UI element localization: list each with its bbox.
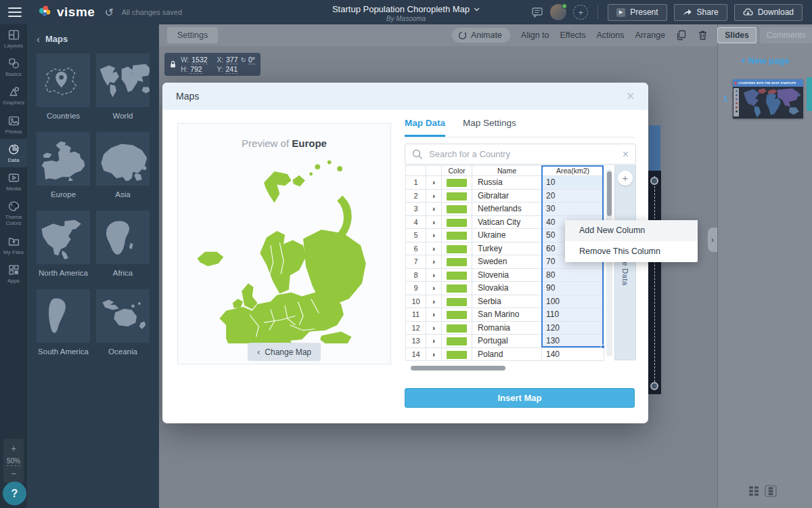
row-expand-arrow-icon[interactable]: › bbox=[426, 189, 442, 203]
context-menu-item-add-new-column[interactable]: Add New Column bbox=[565, 220, 698, 241]
color-swatch[interactable] bbox=[447, 205, 467, 213]
row-expand-arrow-icon[interactable]: › bbox=[426, 295, 442, 308]
rotate-icon[interactable]: ↻ bbox=[241, 56, 246, 64]
color-swatch[interactable] bbox=[447, 219, 467, 227]
row-color-cell[interactable] bbox=[442, 268, 472, 282]
color-swatch[interactable] bbox=[447, 258, 467, 266]
add-collaborator-icon[interactable]: + bbox=[573, 5, 588, 20]
close-icon[interactable]: × bbox=[626, 89, 635, 103]
row-expand-arrow-icon[interactable]: › bbox=[426, 242, 442, 255]
color-swatch[interactable] bbox=[447, 337, 467, 345]
effects-button[interactable]: Effects bbox=[560, 30, 586, 40]
row-color-cell[interactable] bbox=[442, 203, 472, 216]
collapse-panel-chevron[interactable]: › bbox=[708, 228, 717, 252]
area-value-cell[interactable]: 30 bbox=[542, 203, 604, 216]
x-value[interactable]: 377 bbox=[226, 56, 238, 64]
country-name-cell[interactable]: Netherlands bbox=[472, 203, 542, 216]
map-tile-world[interactable]: World bbox=[96, 54, 150, 120]
sidebar-item-data[interactable]: Data bbox=[0, 139, 27, 167]
arrange-button[interactable]: Arrange bbox=[635, 30, 665, 40]
comments-icon[interactable] bbox=[531, 6, 543, 18]
context-menu-item-remove-this-column[interactable]: Remove This Column bbox=[565, 241, 698, 262]
row-expand-arrow-icon[interactable]: › bbox=[426, 203, 442, 216]
tab-comments[interactable]: Comments bbox=[760, 27, 812, 43]
map-tile-south-america[interactable]: South America bbox=[37, 289, 90, 356]
row-expand-arrow-icon[interactable]: › bbox=[426, 215, 442, 229]
color-swatch[interactable] bbox=[447, 232, 467, 240]
actions-button[interactable]: Actions bbox=[597, 30, 625, 40]
sidebar-item-apps[interactable]: Apps bbox=[0, 259, 27, 288]
change-map-button[interactable]: ‹ Change Map bbox=[248, 343, 321, 361]
height-value[interactable]: 792 bbox=[190, 65, 202, 74]
map-tile-europe[interactable]: Europe bbox=[37, 132, 90, 198]
color-swatch[interactable] bbox=[447, 298, 467, 306]
country-name-cell[interactable]: Ukraine bbox=[472, 229, 542, 242]
selection-handle-top[interactable] bbox=[650, 177, 658, 185]
tab-slides[interactable]: Slides bbox=[717, 27, 756, 43]
country-name-cell[interactable]: Slovakia bbox=[472, 282, 542, 295]
project-title[interactable]: Startup Population Choropleth Map bbox=[332, 4, 480, 14]
download-button[interactable]: Download bbox=[734, 4, 803, 21]
tab-map-data[interactable]: Map Data bbox=[405, 118, 445, 137]
align-to-button[interactable]: Align to bbox=[521, 30, 549, 40]
row-color-cell[interactable] bbox=[442, 282, 472, 295]
zoom-out-button[interactable]: − bbox=[3, 468, 24, 479]
color-swatch[interactable] bbox=[447, 179, 467, 187]
row-expand-arrow-icon[interactable]: › bbox=[426, 255, 442, 269]
country-name-cell[interactable]: Turkey bbox=[472, 242, 542, 255]
column-header-name[interactable]: Name bbox=[472, 166, 542, 176]
grid-view-icon[interactable] bbox=[748, 486, 759, 496]
column-header-color[interactable]: Color bbox=[442, 166, 472, 176]
row-color-cell[interactable] bbox=[442, 308, 472, 322]
row-expand-arrow-icon[interactable]: › bbox=[426, 229, 442, 242]
color-swatch[interactable] bbox=[447, 284, 467, 293]
area-value-cell[interactable]: 140 bbox=[542, 347, 604, 361]
row-expand-arrow-icon[interactable]: › bbox=[426, 268, 442, 282]
row-expand-arrow-icon[interactable]: › bbox=[426, 347, 442, 361]
sidebar-item-graphics[interactable]: Graphics bbox=[0, 81, 27, 110]
row-color-cell[interactable] bbox=[442, 176, 472, 190]
selection-handle-bottom[interactable] bbox=[650, 382, 658, 390]
map-tile-oceania[interactable]: Oceania bbox=[96, 289, 150, 356]
width-value[interactable]: 1532 bbox=[191, 56, 207, 64]
row-expand-arrow-icon[interactable]: › bbox=[426, 282, 442, 295]
animate-button[interactable]: Animate bbox=[452, 28, 510, 43]
color-swatch[interactable] bbox=[447, 311, 467, 319]
add-button[interactable]: + bbox=[618, 171, 633, 186]
color-swatch[interactable] bbox=[447, 351, 467, 359]
country-name-cell[interactable]: Vatican City bbox=[472, 215, 542, 229]
map-tile-countries[interactable]: Countries bbox=[37, 54, 90, 120]
sidebar-item-photos[interactable]: Photos bbox=[0, 110, 27, 139]
duplicate-icon[interactable] bbox=[676, 30, 687, 41]
new-page-button[interactable]: + New page bbox=[718, 56, 812, 66]
country-name-cell[interactable]: Portugal bbox=[472, 335, 542, 348]
zoom-level[interactable]: 50% bbox=[7, 457, 20, 466]
color-swatch[interactable] bbox=[447, 272, 467, 280]
search-input[interactable] bbox=[429, 149, 616, 159]
row-expand-arrow-icon[interactable]: › bbox=[426, 308, 442, 322]
back-chevron-icon[interactable]: ‹ bbox=[37, 33, 40, 45]
country-name-cell[interactable]: Sweden bbox=[472, 255, 542, 269]
slides-scrollbar[interactable] bbox=[807, 77, 812, 111]
map-tile-asia[interactable]: Asia bbox=[96, 132, 150, 198]
area-value-cell[interactable]: 80 bbox=[542, 268, 604, 282]
color-swatch[interactable] bbox=[447, 324, 467, 333]
canvas-map-element-fragment[interactable] bbox=[649, 125, 660, 171]
settings-button[interactable]: Settings bbox=[167, 27, 218, 43]
sidebar-item-media[interactable]: Media bbox=[0, 167, 27, 196]
row-color-cell[interactable] bbox=[442, 295, 472, 308]
row-color-cell[interactable] bbox=[442, 229, 472, 242]
zoom-in-button[interactable]: + bbox=[3, 443, 24, 454]
vertical-scroll-thumb[interactable] bbox=[607, 171, 612, 216]
row-expand-arrow-icon[interactable]: › bbox=[426, 176, 442, 190]
country-name-cell[interactable]: Romania bbox=[472, 321, 542, 335]
row-color-cell[interactable] bbox=[442, 321, 472, 335]
tab-map-settings[interactable]: Map Settings bbox=[463, 118, 516, 137]
lock-icon[interactable] bbox=[170, 60, 176, 69]
clear-search-icon[interactable]: × bbox=[623, 148, 629, 161]
present-button[interactable]: ▶ Present bbox=[608, 4, 667, 21]
area-value-cell[interactable]: 110 bbox=[542, 308, 604, 322]
sidebar-item-basics[interactable]: Basics bbox=[0, 53, 27, 81]
country-name-cell[interactable]: Russia bbox=[472, 176, 542, 190]
share-button[interactable]: Share bbox=[674, 4, 727, 21]
